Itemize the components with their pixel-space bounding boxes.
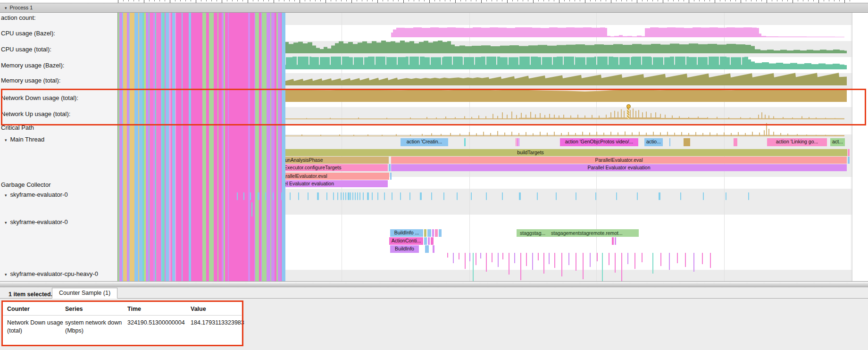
- gc-event-tick[interactable]: [290, 192, 291, 200]
- gc-event-tick[interactable]: [377, 192, 378, 200]
- gc-event-tick[interactable]: [243, 192, 244, 200]
- event-block[interactable]: action 'Creatin...: [401, 138, 448, 146]
- sidebar-item-11[interactable]: ▾skyframe-evaluator-0: [5, 218, 68, 225]
- gc-event-tick[interactable]: [237, 192, 238, 200]
- event-block[interactable]: buildTargets: [214, 149, 847, 156]
- sidebar-item-0[interactable]: action count:: [1, 14, 36, 21]
- gc-event-tick[interactable]: [616, 192, 617, 200]
- gc-event-tick[interactable]: [298, 192, 299, 200]
- gc-event-tick[interactable]: [352, 192, 353, 200]
- event-block[interactable]: actio...: [644, 138, 663, 146]
- gc-event-tick[interactable]: [372, 192, 373, 200]
- gc-event-tick[interactable]: [420, 192, 422, 200]
- event-block[interactable]: Parallel Evaluator evaluation: [391, 164, 847, 171]
- gc-event-tick[interactable]: [748, 192, 749, 200]
- gc-event-tick[interactable]: [350, 192, 351, 200]
- collapse-triangle-icon[interactable]: ▾: [5, 272, 7, 277]
- event-tick[interactable]: [684, 138, 690, 146]
- gc-event-tick[interactable]: [341, 192, 342, 200]
- gc-event-tick[interactable]: [726, 192, 726, 200]
- gc-event-tick[interactable]: [337, 192, 338, 200]
- sidebar-item-12[interactable]: ▾skyframe-evaluator-cpu-heavy-0: [5, 270, 98, 277]
- event-tick[interactable]: [425, 245, 429, 253]
- sidebar-item-1[interactable]: CPU usage (Bazel):: [1, 30, 55, 37]
- event-tick[interactable]: [433, 245, 434, 253]
- event-tick[interactable]: [424, 229, 426, 237]
- event-block[interactable]: BuildInfo ...: [390, 229, 423, 237]
- process-header[interactable]: ▾Process 1: [0, 3, 868, 13]
- gc-event-tick[interactable]: [281, 192, 282, 200]
- sidebar-item-2[interactable]: CPU usage (total):: [1, 46, 51, 53]
- gc-event-tick[interactable]: [392, 192, 392, 200]
- collapse-triangle-icon[interactable]: ▾: [5, 193, 7, 198]
- gc-event-tick[interactable]: [519, 192, 521, 200]
- event-tick[interactable]: [432, 229, 434, 237]
- gc-event-tick[interactable]: [556, 192, 557, 200]
- dense-event-band[interactable]: [118, 58, 141, 66]
- gc-event-tick[interactable]: [457, 192, 458, 200]
- gc-event-tick[interactable]: [333, 192, 334, 200]
- gc-event-tick[interactable]: [265, 192, 266, 200]
- gc-event-tick[interactable]: [343, 192, 344, 200]
- event-block[interactable]: act...: [830, 138, 845, 146]
- gc-event-tick[interactable]: [659, 192, 660, 200]
- event-tick[interactable]: [612, 237, 614, 245]
- gc-event-tick[interactable]: [400, 192, 401, 200]
- gc-event-tick[interactable]: [502, 192, 503, 200]
- gc-event-tick[interactable]: [471, 192, 472, 200]
- gc-event-tick[interactable]: [576, 192, 576, 200]
- event-tick[interactable]: [734, 138, 737, 146]
- tab-counter-sample[interactable]: Counter Sample (1): [52, 288, 117, 299]
- event-tick[interactable]: [428, 237, 430, 245]
- gc-event-tick[interactable]: [384, 192, 385, 200]
- event-block[interactable]: action 'GenObjcProtos video/...: [560, 138, 638, 146]
- gc-event-tick[interactable]: [703, 192, 704, 200]
- gc-event-tick[interactable]: [409, 192, 410, 200]
- event-tick[interactable]: [424, 237, 427, 245]
- gc-event-tick[interactable]: [258, 192, 259, 200]
- event-tick[interactable]: [389, 164, 391, 171]
- gc-event-tick[interactable]: [537, 192, 538, 200]
- event-tick[interactable]: [439, 229, 442, 237]
- event-tick[interactable]: [517, 138, 518, 146]
- gc-event-tick[interactable]: [363, 192, 364, 200]
- sidebar-item-8[interactable]: ▾Main Thread: [5, 136, 44, 143]
- gc-event-tick[interactable]: [431, 192, 432, 200]
- gc-event-tick[interactable]: [595, 192, 596, 200]
- gc-event-tick[interactable]: [359, 192, 360, 200]
- gc-event-tick[interactable]: [348, 192, 350, 200]
- gc-event-tick[interactable]: [273, 192, 274, 200]
- event-tick[interactable]: [669, 138, 670, 146]
- gc-event-tick[interactable]: [680, 192, 681, 200]
- event-tick[interactable]: [615, 237, 616, 245]
- collapse-triangle-icon[interactable]: ▾: [5, 6, 7, 10]
- event-tick[interactable]: [516, 138, 517, 146]
- event-tick[interactable]: [390, 173, 392, 180]
- event-tick[interactable]: [848, 157, 850, 164]
- gc-event-tick[interactable]: [486, 192, 487, 200]
- sidebar-item-9[interactable]: Garbage Collector: [1, 181, 51, 188]
- event-tick[interactable]: [518, 138, 519, 146]
- gc-event-tick[interactable]: [637, 192, 638, 200]
- gc-event-tick[interactable]: [308, 192, 309, 200]
- sidebar-item-4[interactable]: Memory usage (total):: [1, 77, 60, 84]
- gc-event-tick[interactable]: [317, 192, 319, 200]
- gc-event-tick[interactable]: [357, 192, 358, 200]
- collapse-triangle-icon[interactable]: ▾: [5, 138, 7, 142]
- gc-event-tick[interactable]: [367, 192, 369, 200]
- gc-event-tick[interactable]: [250, 192, 251, 200]
- panel-divider[interactable]: [0, 281, 868, 287]
- event-tick[interactable]: [431, 237, 434, 245]
- gc-event-tick[interactable]: [345, 192, 346, 200]
- gc-event-tick[interactable]: [326, 192, 327, 200]
- gc-event-tick[interactable]: [355, 192, 356, 200]
- event-block[interactable]: ParallelEvaluator.eval: [391, 157, 847, 164]
- event-tick[interactable]: [464, 138, 466, 146]
- collapse-triangle-icon[interactable]: ▾: [5, 220, 7, 225]
- event-tick[interactable]: [427, 229, 431, 237]
- gc-event-tick[interactable]: [443, 192, 444, 200]
- event-block[interactable]: ActionConti...: [389, 237, 423, 245]
- timeline-track-area[interactable]: action 'Creatin...action 'GenObjcProtos …: [118, 13, 852, 281]
- event-block[interactable]: BuildInfo: [390, 245, 419, 253]
- event-block[interactable]: action 'Linking go...: [767, 138, 827, 146]
